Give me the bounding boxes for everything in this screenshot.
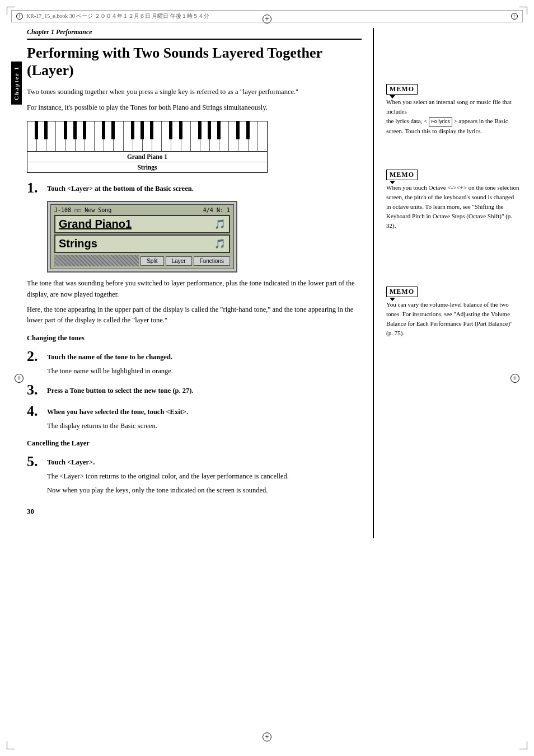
chapter-tab: Chapter 1 <box>11 62 22 105</box>
memo-ear-3 <box>390 298 395 301</box>
memo-box-3: MEMO You can vary the volume-level balan… <box>386 287 519 338</box>
memo-logo-text-3: MEMO <box>386 287 418 297</box>
white-key-10 <box>114 121 123 151</box>
crop-mark-br <box>519 741 527 749</box>
white-key-6 <box>76 121 85 151</box>
step-5-num: 5. <box>27 454 43 469</box>
memo-box-2: MEMO When you touch Octave <-><+> on the… <box>386 170 519 231</box>
black-key <box>236 121 240 139</box>
display-inner: J-108 ☐☐ New Song 4/4 N: 1 Grand Piano1 … <box>50 204 234 269</box>
display-functions-button[interactable]: Functions <box>194 256 230 266</box>
body-after-display-1: The tone that was sounding before you sw… <box>27 278 362 300</box>
memo-3-text: You can vary the volume-level balance of… <box>386 300 519 338</box>
display-icon-main: 🎵 <box>214 219 226 229</box>
step-4: 4. When you have selected the tone, touc… <box>27 404 362 419</box>
body-text-1: Two tones sounding together when you pre… <box>27 87 362 97</box>
white-key-24 <box>249 121 258 151</box>
white-key-3 <box>46 121 56 151</box>
memo-logo-text-1: MEMO <box>386 84 418 95</box>
memo-1-text-1: When you select an internal song or musi… <box>386 97 519 116</box>
display-tone-sub-text: Strings <box>59 237 97 250</box>
print-circle-mark <box>16 13 23 20</box>
step-2-sub: The tone name will be highlighted in ora… <box>47 366 362 377</box>
black-key <box>140 121 144 139</box>
white-key-23 <box>238 121 248 151</box>
white-key-11 <box>124 121 133 151</box>
right-sidebar: MEMO When you select an internal song or… <box>374 28 519 538</box>
white-key-8 <box>95 121 104 151</box>
display-grand-piano-row: Grand Piano1 🎵 <box>54 215 230 233</box>
black-key <box>64 121 67 139</box>
white-key-9 <box>104 121 114 151</box>
white-key-20 <box>210 121 219 151</box>
black-key <box>111 121 115 139</box>
black-key <box>217 121 221 139</box>
print-info-text: KR-17_15_e.book 30 ページ ２００４年１２月６日 月曜日 午後… <box>26 12 209 20</box>
step-5-sub-1: The <Layer> icon returns to the original… <box>47 471 362 482</box>
step-3-text: Press a Tone button to select the new to… <box>47 383 194 396</box>
display-split-button[interactable]: Split <box>140 256 163 266</box>
step-5-sub-2: Now when you play the keys, only the ton… <box>47 485 362 496</box>
keyboard-visual <box>27 121 267 152</box>
white-keys-container <box>27 121 267 151</box>
white-key-2 <box>37 121 46 151</box>
black-key <box>44 121 48 139</box>
body-text-2: For instance, it's possible to play the … <box>27 102 362 113</box>
white-key-4 <box>56 121 65 151</box>
crop-center-left <box>15 374 24 383</box>
step-5-text: Touch <Layer>. <box>47 454 95 468</box>
step-3: 3. Press a Tone button to select the new… <box>27 383 362 397</box>
black-key <box>131 121 134 139</box>
white-key-15 <box>162 121 171 151</box>
black-key <box>198 121 202 139</box>
print-circle-mark-right <box>511 13 518 20</box>
sub-heading-changing-tones: Changing the tones <box>27 334 362 342</box>
memo-logo-container: MEMO <box>386 84 418 95</box>
display-layer-button[interactable]: Layer <box>166 256 192 266</box>
display-screen: J-108 ☐☐ New Song 4/4 N: 1 Grand Piano1 … <box>47 201 237 273</box>
crop-center-right <box>510 374 519 383</box>
display-top-left: J-108 ☐☐ New Song <box>54 207 111 213</box>
step-4-num: 4. <box>27 404 43 419</box>
memo-logo-2: MEMO <box>386 170 519 180</box>
black-key <box>102 121 105 139</box>
left-content: Chapter 1 Performance Performing with Tw… <box>27 28 374 538</box>
step-4-text: When you have selected the tone, touch <… <box>47 404 188 417</box>
display-hatch-area <box>54 255 139 266</box>
black-key <box>35 121 38 139</box>
black-key <box>83 121 86 139</box>
white-key-1 <box>27 121 37 151</box>
white-key-16 <box>171 121 181 151</box>
memo-logo-3: MEMO <box>386 287 519 297</box>
crop-center-top <box>263 15 271 24</box>
keyboard-label-grand-piano: Grand Piano 1 <box>27 152 267 162</box>
white-key-12 <box>133 121 143 151</box>
keyboard-diagram: Grand Piano 1 Strings <box>27 121 268 173</box>
memo-logo-container-3: MEMO <box>386 287 418 297</box>
step-1-num: 1. <box>27 181 43 195</box>
black-key <box>169 121 172 139</box>
white-key-25 <box>258 121 267 151</box>
memo-logo-text-2: MEMO <box>386 170 418 180</box>
white-key-18 <box>191 121 200 151</box>
step-3-num: 3. <box>27 383 43 397</box>
page: KR-17_15_e.book 30 ページ ２００４年１２月６日 月曜日 午後… <box>0 0 534 756</box>
white-key-21 <box>219 121 229 151</box>
black-key <box>179 121 182 139</box>
white-key-5 <box>66 121 76 151</box>
step-4-sub: The display returns to the Basic screen. <box>47 421 362 431</box>
display-tone-main-text: Grand Piano1 <box>59 218 132 231</box>
black-key <box>150 121 153 139</box>
memo-logo-1: MEMO <box>386 84 519 95</box>
step-1-text: Touch <Layer> at the bottom of the Basic… <box>47 181 194 194</box>
display-icon-sub: 🎵 <box>214 238 226 249</box>
memo-icon-inline: Fo lyrics <box>429 118 452 126</box>
crop-center-bottom <box>263 732 271 741</box>
memo-ear-2 <box>390 181 395 184</box>
main-layout: Chapter 1 Chapter 1 Performance Performi… <box>11 28 523 538</box>
page-number: 30 <box>27 507 362 516</box>
white-key-14 <box>152 121 162 151</box>
memo-ear-1 <box>390 95 395 98</box>
crop-mark-tl <box>7 7 15 15</box>
crop-mark-bl <box>7 741 15 749</box>
